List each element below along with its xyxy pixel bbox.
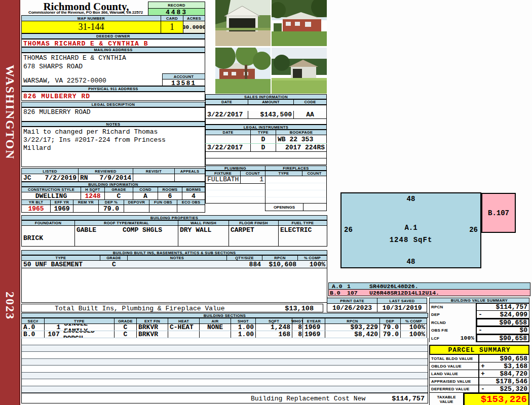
sketch-dim-bottom: 48	[341, 258, 480, 266]
fun-obs-label: FUN OBS	[149, 199, 177, 205]
sec-id: A.0	[21, 324, 45, 331]
obldg-label: OBLDG VALUE	[429, 362, 479, 370]
county-subtitle: Commissioner of the Revenue, PO Box 366,…	[22, 10, 149, 15]
property-record-card: WASHINGTON 2023 Richmond County, Virgini…	[0, 0, 532, 405]
sec-id: B.0	[21, 331, 45, 338]
sketch-vector-a: A.0 1 SR48U26L48D26.	[328, 282, 530, 289]
listed-by: JC	[23, 174, 31, 182]
building-section-row: A.0 1SINGLE FAMILY C BRKVR C-HEAT NONE 1…	[21, 324, 428, 331]
deeded-owner-label: DEEDED OWNER	[21, 33, 205, 39]
deferred-sign: -	[481, 385, 485, 393]
built-in-grade: C	[100, 261, 128, 268]
sec-comp: 100%	[401, 324, 427, 331]
eco-obs-value	[177, 205, 205, 213]
revisit-value	[133, 174, 175, 182]
obldg-value: $3,168	[504, 362, 527, 370]
sec-num: 107	[46, 331, 60, 338]
built-in-comp-label: % COMP	[298, 255, 327, 261]
instrument-type: D	[251, 135, 276, 143]
dep-label: DEP	[429, 311, 476, 318]
built-in-row: 50 UNF BASEMENT C 884 $10,608 100%	[21, 261, 327, 268]
mailing-line-3: WARSAW, VA 22572-0000	[23, 77, 106, 85]
sidebar-state-label: WASHINGTON	[3, 65, 17, 160]
rpcn-label: RPCN	[429, 303, 476, 311]
last-saved-value: 10/31/2019	[377, 304, 427, 312]
notes-line-2: 3/22/17; Ins #2017-224 from Princess	[23, 136, 203, 144]
building-sections-title: BUILDING SECTIONS	[21, 313, 428, 318]
fuel-type-label: FUEL TYPE	[279, 220, 327, 226]
sale-amount-label: AMOUNT	[248, 99, 294, 105]
built-ins-empty-area	[21, 268, 327, 303]
instrument-date: 3/22/2017	[205, 144, 251, 151]
fireplaces-empty-rows	[265, 176, 327, 204]
rem-yr-label: REM YR	[73, 199, 99, 205]
built-in-notes	[128, 261, 227, 268]
sale-code-label: CODE	[294, 99, 327, 105]
built-ins-total-label: Total Built Ins, Plumbing & Fireplace Va…	[55, 305, 224, 312]
eff-yr-label: EFF YR	[51, 199, 73, 205]
rooms-value: 6	[158, 192, 182, 199]
grade-label: GRADE	[105, 187, 133, 192]
appeals-value	[175, 174, 205, 182]
sketch-dim-top: 48	[341, 195, 480, 203]
depovr-label: DEPOVR	[124, 199, 149, 205]
dep-pct-label: DEP %	[99, 199, 124, 205]
sale-date-label: DATE	[205, 99, 248, 105]
replacement-cost-label: Building Replacement Cost New	[251, 395, 365, 402]
yr-blt-label: YR BLT	[21, 199, 51, 205]
sec-dep: 79.0	[380, 324, 401, 331]
sales-empty-row	[205, 105, 327, 111]
rclnd-label: RCLND	[429, 318, 476, 327]
rclnd-value: $90,658	[499, 319, 527, 327]
sec-type: ENCLOSED PORCH	[63, 331, 112, 338]
rem-yr-value	[73, 205, 99, 213]
total-bldg-label: TOTAL BLDG VALUE	[429, 355, 479, 362]
obs-fe-sign: -	[478, 327, 482, 334]
sketch-section-b: B.107	[481, 193, 516, 233]
foundation-value: BRICK	[21, 226, 75, 247]
sec-eyear: 1969	[303, 331, 325, 338]
built-in-comp: 100%	[298, 261, 327, 268]
physical-address-label: PHYSICAL 911 ADDRESS	[21, 86, 205, 92]
sidebar-year-label: 2023	[3, 292, 17, 320]
parcel-summary: PARCEL SUMMARY TOTAL BLDG VALUE $90,658 …	[429, 345, 529, 405]
hsqft-value: 1248	[81, 192, 105, 199]
fun-obs-value	[149, 205, 177, 213]
sec-air	[200, 331, 231, 338]
sec-shgt: 1.00	[231, 331, 256, 338]
built-in-type-label: TYPE	[21, 255, 100, 261]
sales-row: 3/22/2017 $143,500 AA	[205, 111, 327, 118]
sketch-section-a: 48 26 26 A.1 1248 SqFt 48	[340, 192, 481, 268]
vector-b-path: U26R48SR12D14L12U14.	[369, 290, 439, 296]
reviewed-by: RN	[80, 174, 88, 182]
sec-comp-label: % COMP	[401, 318, 427, 324]
sales-empty-row	[205, 118, 327, 125]
property-photo-garage	[215, 0, 271, 46]
last-saved-label: LAST SAVED	[377, 298, 427, 304]
sec-dep: 79.0	[380, 331, 401, 338]
appraised-label: APPRAISED VALUE	[429, 378, 479, 385]
sec-heat-label: HEAT	[168, 318, 200, 324]
notes-line-1: Mail to changed per Richard Thomas	[23, 128, 203, 136]
fireplaces-title: FIREPLACES	[265, 166, 327, 171]
built-in-type: 50 UNF BASEMENT	[21, 261, 100, 268]
cond-value: A	[133, 192, 158, 199]
acres-label: ACRES	[183, 15, 205, 21]
foundation-label: FOUNDATION	[21, 220, 75, 226]
card-value: 1	[161, 21, 183, 33]
instrument-date-label: DATE	[205, 130, 251, 135]
reviewed-label: REVIEWED	[79, 168, 133, 174]
sec-eyear-label: EYEAR	[303, 318, 325, 324]
bdrms-value: 4	[182, 192, 205, 199]
sketch-b-label: B.107	[488, 209, 509, 217]
lcf-pct: 100%	[461, 335, 474, 341]
property-photo-brick-house	[272, 0, 327, 46]
revisit-label: REVISIT	[133, 168, 175, 174]
taxable-label-line1: TAXABLE	[437, 395, 455, 399]
instruments-empty-row	[205, 151, 327, 158]
print-date-value: 10/26/2023	[327, 304, 377, 312]
sec-grade: C	[115, 331, 137, 338]
construction-style-label: CONSTRUCTION STYLE	[21, 187, 81, 192]
mailing-line-1: THOMAS RICHARD E & CYNTHIA	[23, 54, 126, 62]
sec-dep-label: DEP	[380, 318, 401, 324]
